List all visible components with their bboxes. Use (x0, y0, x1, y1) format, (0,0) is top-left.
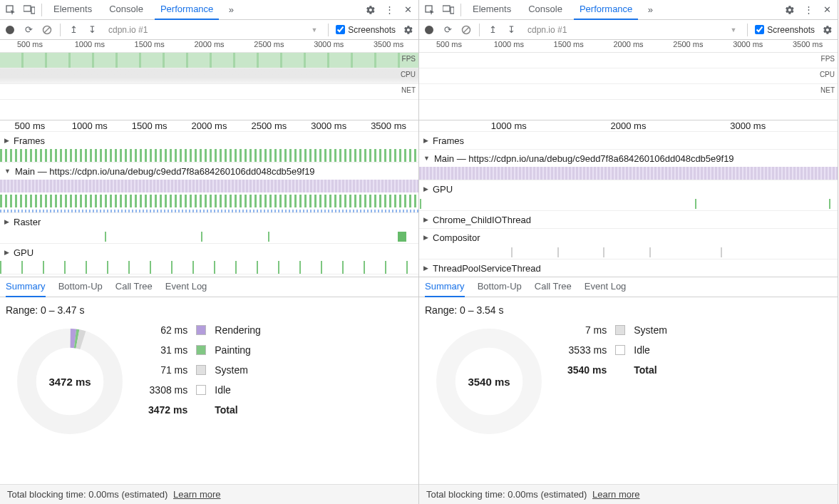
reload-record-icon[interactable]: ⟳ (23, 24, 34, 36)
settings-icon[interactable] (364, 4, 377, 16)
settings-icon[interactable] (783, 4, 796, 16)
tab-summary[interactable]: Summary (425, 277, 465, 297)
screenshots-checkbox[interactable]: Screenshots (755, 25, 815, 35)
clear-icon[interactable] (41, 24, 53, 36)
tab-bottom-up[interactable]: Bottom-Up (478, 277, 522, 297)
svg-rect-11 (451, 7, 454, 14)
svg-rect-10 (443, 6, 450, 11)
svg-line-13 (463, 27, 469, 33)
recording-dropdown[interactable]: cdpn.io #1▼ (105, 24, 321, 36)
capture-settings-icon[interactable] (822, 24, 833, 36)
devtools-panel-right: Elements Console Performance » ⋮ ✕ ⟳ ↥ ↧… (419, 0, 838, 504)
summary-footer: Total blocking time: 0.00ms (estimated) … (0, 484, 418, 504)
tab-performance[interactable]: Performance (574, 0, 638, 20)
tab-summary[interactable]: Summary (6, 277, 46, 297)
summary-pane: Range: 0 – 3.54 s 3540 ms 7 msSystem 353… (419, 297, 838, 484)
svg-line-4 (44, 27, 50, 33)
clear-icon[interactable] (460, 24, 472, 36)
summary-footer: Total blocking time: 0.00ms (estimated) … (419, 484, 838, 504)
svg-rect-1 (24, 6, 31, 11)
device-toolbar-icon[interactable] (442, 4, 455, 16)
kebab-menu-icon[interactable]: ⋮ (383, 4, 396, 16)
expand-icon[interactable]: ▼ (423, 155, 430, 162)
performance-toolbar: ⟳ ↥ ↧ cdpn.io #1▼ Screenshots (0, 20, 418, 40)
summary-pane: Range: 0 – 3.47 s 3472 ms 62 msRendering… (0, 297, 418, 484)
overview-fps-row: FPS (0, 53, 418, 68)
thread-raster[interactable]: ▶Raster (0, 213, 418, 244)
expand-icon[interactable]: ▶ (4, 137, 9, 144)
tab-elements[interactable]: Elements (467, 0, 517, 20)
inspect-element-icon[interactable] (4, 4, 17, 16)
overview-timeline[interactable]: 500 ms1000 ms1500 ms2000 ms2500 ms3000 m… (419, 40, 838, 120)
close-icon[interactable]: ✕ (820, 4, 833, 16)
overview-ticks: 500 ms1000 ms1500 ms2000 ms2500 ms3000 m… (0, 40, 418, 53)
tab-call-tree[interactable]: Call Tree (535, 277, 572, 297)
close-icon[interactable]: ✕ (401, 4, 414, 16)
timeline-ticks: 1000 ms2000 ms3000 ms (419, 120, 838, 132)
capture-settings-icon[interactable] (403, 24, 414, 36)
devtools-panel-left: Elements Console Performance » ⋮ ✕ ⟳ ↥ ↧… (0, 0, 419, 504)
download-profile-icon[interactable]: ↧ (505, 24, 517, 36)
tab-console[interactable]: Console (103, 0, 149, 20)
timeline-ticks: 500 ms1000 ms1500 ms2000 ms2500 ms3000 m… (0, 120, 418, 132)
record-icon[interactable] (423, 24, 435, 36)
tab-call-tree[interactable]: Call Tree (115, 277, 153, 297)
thread-compositor[interactable]: ▶Compositor (419, 229, 838, 259)
summary-donut: 3472 ms (13, 324, 127, 438)
screenshots-checkbox-input[interactable] (336, 25, 345, 34)
learn-more-link[interactable]: Learn more (173, 489, 220, 500)
more-tabs-icon[interactable]: » (644, 4, 657, 16)
upload-profile-icon[interactable]: ↥ (68, 24, 79, 36)
overview-timeline[interactable]: 500 ms1000 ms1500 ms2000 ms2500 ms3000 m… (0, 40, 418, 120)
tab-bottom-up[interactable]: Bottom-Up (58, 277, 103, 297)
overview-screenshots-row (419, 100, 838, 120)
tab-elements[interactable]: Elements (48, 0, 98, 20)
svg-rect-2 (31, 7, 35, 14)
expand-icon[interactable]: ▶ (423, 137, 428, 144)
kebab-menu-icon[interactable]: ⋮ (802, 4, 815, 16)
tab-event-log[interactable]: Event Log (165, 277, 207, 297)
learn-more-link[interactable]: Learn more (592, 489, 639, 500)
overview-net-row: NET (419, 84, 838, 100)
upload-profile-icon[interactable]: ↥ (487, 24, 498, 36)
overview-cpu-row: CPU (0, 68, 418, 84)
overview-screenshots-row (0, 100, 418, 120)
details-tabbar: Summary Bottom-Up Call Tree Event Log (0, 277, 418, 297)
more-tabs-icon[interactable]: » (225, 4, 237, 16)
tab-console[interactable]: Console (523, 0, 568, 20)
thread-gpu[interactable]: ▶GPU (419, 180, 838, 211)
thread-main[interactable]: ▼Main — https://cdpn.io/una/debug/c9edd7… (419, 150, 838, 180)
expand-icon[interactable]: ▼ (4, 168, 11, 175)
expand-icon[interactable]: ▶ (423, 185, 428, 192)
thread-frames[interactable]: ▶Frames (0, 132, 418, 163)
expand-icon[interactable]: ▶ (423, 216, 428, 223)
summary-range: Range: 0 – 3.54 s (425, 304, 832, 316)
overview-fps-row: FPS (419, 53, 838, 68)
download-profile-icon[interactable]: ↧ (86, 24, 98, 36)
recording-dropdown[interactable]: cdpn.io #1▼ (524, 24, 740, 36)
flame-chart[interactable]: 500 ms1000 ms1500 ms2000 ms2500 ms3000 m… (0, 120, 418, 277)
overview-ticks: 500 ms1000 ms1500 ms2000 ms2500 ms3000 m… (419, 40, 838, 53)
summary-legend: 62 msRendering 31 msPainting 71 msSystem… (148, 324, 261, 416)
inspect-element-icon[interactable] (423, 4, 436, 16)
performance-toolbar: ⟳ ↥ ↧ cdpn.io #1▼ Screenshots (419, 20, 838, 40)
thread-gpu[interactable]: ▶GPU (0, 244, 418, 274)
thread-frames[interactable]: ▶Frames (419, 132, 838, 150)
overview-cpu-row: CPU (419, 68, 838, 84)
thread-childio[interactable]: ▶Chrome_ChildIOThread (419, 211, 838, 229)
expand-icon[interactable]: ▶ (423, 234, 428, 241)
screenshots-checkbox-input[interactable] (755, 25, 764, 34)
device-toolbar-icon[interactable] (23, 4, 36, 16)
thread-main[interactable]: ▼Main — https://cdpn.io/una/debug/c9edd7… (0, 163, 418, 213)
donut-total: 3472 ms (13, 324, 127, 438)
flame-chart[interactable]: 1000 ms2000 ms3000 ms ▶Frames ▼Main — ht… (419, 120, 838, 277)
reload-record-icon[interactable]: ⟳ (442, 24, 453, 36)
tab-event-log[interactable]: Event Log (585, 277, 627, 297)
screenshots-checkbox[interactable]: Screenshots (336, 25, 396, 35)
expand-icon[interactable]: ▶ (4, 218, 9, 225)
tab-performance[interactable]: Performance (155, 0, 219, 20)
expand-icon[interactable]: ▶ (423, 264, 428, 272)
record-icon[interactable] (4, 24, 16, 36)
thread-threadpool[interactable]: ▶ThreadPoolServiceThread (419, 259, 838, 277)
expand-icon[interactable]: ▶ (4, 249, 9, 256)
